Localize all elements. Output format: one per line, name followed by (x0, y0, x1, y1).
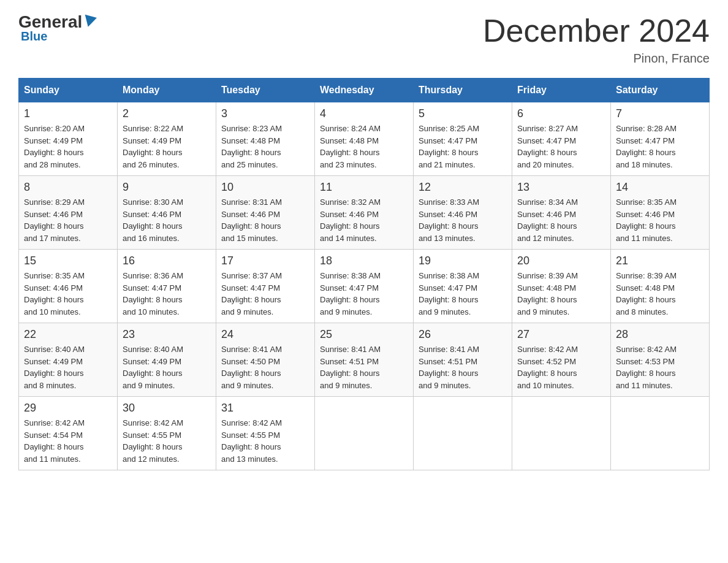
header-row: Sunday Monday Tuesday Wednesday Thursday… (19, 79, 710, 102)
day-info: Sunrise: 8:34 AM Sunset: 4:46 PM Dayligh… (517, 196, 605, 244)
calendar-cell: 4 Sunrise: 8:24 AM Sunset: 4:48 PM Dayli… (315, 102, 414, 176)
day-number: 21 (616, 255, 704, 267)
day-info: Sunrise: 8:33 AM Sunset: 4:46 PM Dayligh… (419, 196, 507, 244)
day-info: Sunrise: 8:35 AM Sunset: 4:46 PM Dayligh… (24, 270, 112, 318)
day-number: 14 (616, 181, 704, 194)
day-info: Sunrise: 8:35 AM Sunset: 4:46 PM Dayligh… (616, 196, 704, 244)
calendar-cell: 28 Sunrise: 8:42 AM Sunset: 4:53 PM Dayl… (611, 323, 710, 397)
day-number: 26 (419, 328, 507, 341)
calendar-cell: 26 Sunrise: 8:41 AM Sunset: 4:51 PM Dayl… (414, 323, 512, 397)
day-info: Sunrise: 8:25 AM Sunset: 4:47 PM Dayligh… (419, 123, 507, 170)
day-info: Sunrise: 8:42 AM Sunset: 4:55 PM Dayligh… (221, 417, 309, 465)
day-info: Sunrise: 8:32 AM Sunset: 4:46 PM Dayligh… (320, 196, 408, 244)
col-saturday: Saturday (611, 79, 710, 102)
day-info: Sunrise: 8:38 AM Sunset: 4:47 PM Dayligh… (419, 270, 507, 318)
calendar-cell: 17 Sunrise: 8:37 AM Sunset: 4:47 PM Dayl… (216, 250, 315, 323)
day-number: 17 (221, 255, 309, 267)
calendar-cell: 30 Sunrise: 8:42 AM Sunset: 4:55 PM Dayl… (118, 397, 216, 470)
location-subtitle: Pinon, France (483, 52, 710, 66)
logo-blue-text: Blue (21, 29, 47, 44)
logo-triangle-icon (82, 15, 97, 29)
calendar-cell: 29 Sunrise: 8:42 AM Sunset: 4:54 PM Dayl… (19, 397, 118, 470)
day-number: 18 (320, 255, 408, 267)
calendar-table: Sunday Monday Tuesday Wednesday Thursday… (18, 78, 710, 470)
calendar-cell: 11 Sunrise: 8:32 AM Sunset: 4:46 PM Dayl… (315, 176, 414, 250)
day-number: 30 (123, 402, 211, 415)
day-number: 27 (517, 328, 605, 341)
col-monday: Monday (118, 79, 216, 102)
calendar-week-3: 15 Sunrise: 8:35 AM Sunset: 4:46 PM Dayl… (19, 250, 710, 323)
calendar-cell (414, 397, 512, 470)
day-info: Sunrise: 8:42 AM Sunset: 4:55 PM Dayligh… (123, 417, 211, 465)
day-number: 22 (24, 328, 112, 341)
day-number: 19 (419, 255, 507, 267)
calendar-cell: 19 Sunrise: 8:38 AM Sunset: 4:47 PM Dayl… (414, 250, 512, 323)
main-title: December 2024 (483, 12, 710, 49)
day-info: Sunrise: 8:29 AM Sunset: 4:46 PM Dayligh… (24, 196, 112, 244)
calendar-cell: 6 Sunrise: 8:27 AM Sunset: 4:47 PM Dayli… (512, 102, 611, 176)
day-number: 6 (517, 107, 605, 120)
calendar-cell (611, 397, 710, 470)
day-number: 12 (419, 181, 507, 194)
day-number: 13 (517, 181, 605, 194)
day-info: Sunrise: 8:37 AM Sunset: 4:47 PM Dayligh… (221, 270, 309, 318)
day-info: Sunrise: 8:42 AM Sunset: 4:52 PM Dayligh… (517, 343, 605, 391)
day-number: 15 (24, 255, 112, 267)
calendar-week-1: 1 Sunrise: 8:20 AM Sunset: 4:49 PM Dayli… (19, 102, 710, 176)
day-number: 23 (123, 328, 211, 341)
calendar-cell (512, 397, 611, 470)
day-info: Sunrise: 8:28 AM Sunset: 4:47 PM Dayligh… (616, 123, 704, 170)
day-info: Sunrise: 8:40 AM Sunset: 4:49 PM Dayligh… (123, 343, 211, 391)
day-number: 20 (517, 255, 605, 267)
calendar-week-4: 22 Sunrise: 8:40 AM Sunset: 4:49 PM Dayl… (19, 323, 710, 397)
calendar-cell: 22 Sunrise: 8:40 AM Sunset: 4:49 PM Dayl… (19, 323, 118, 397)
day-info: Sunrise: 8:38 AM Sunset: 4:47 PM Dayligh… (320, 270, 408, 318)
calendar-cell: 31 Sunrise: 8:42 AM Sunset: 4:55 PM Dayl… (216, 397, 315, 470)
calendar-cell: 8 Sunrise: 8:29 AM Sunset: 4:46 PM Dayli… (19, 176, 118, 250)
calendar-cell: 2 Sunrise: 8:22 AM Sunset: 4:49 PM Dayli… (118, 102, 216, 176)
day-number: 4 (320, 107, 408, 120)
calendar-cell: 25 Sunrise: 8:41 AM Sunset: 4:51 PM Dayl… (315, 323, 414, 397)
day-info: Sunrise: 8:30 AM Sunset: 4:46 PM Dayligh… (123, 196, 211, 244)
calendar-cell: 18 Sunrise: 8:38 AM Sunset: 4:47 PM Dayl… (315, 250, 414, 323)
day-info: Sunrise: 8:41 AM Sunset: 4:51 PM Dayligh… (419, 343, 507, 391)
day-info: Sunrise: 8:22 AM Sunset: 4:49 PM Dayligh… (123, 123, 211, 170)
day-number: 8 (24, 181, 112, 194)
calendar-cell: 14 Sunrise: 8:35 AM Sunset: 4:46 PM Dayl… (611, 176, 710, 250)
day-number: 28 (616, 328, 704, 341)
day-number: 10 (221, 181, 309, 194)
calendar-cell: 1 Sunrise: 8:20 AM Sunset: 4:49 PM Dayli… (19, 102, 118, 176)
day-number: 2 (123, 107, 211, 120)
calendar-cell: 15 Sunrise: 8:35 AM Sunset: 4:46 PM Dayl… (19, 250, 118, 323)
day-info: Sunrise: 8:20 AM Sunset: 4:49 PM Dayligh… (24, 123, 112, 170)
calendar-cell (315, 397, 414, 470)
day-info: Sunrise: 8:31 AM Sunset: 4:46 PM Dayligh… (221, 196, 309, 244)
day-info: Sunrise: 8:39 AM Sunset: 4:48 PM Dayligh… (517, 270, 605, 318)
day-number: 25 (320, 328, 408, 341)
day-number: 7 (616, 107, 704, 120)
day-number: 29 (24, 402, 112, 415)
day-info: Sunrise: 8:42 AM Sunset: 4:54 PM Dayligh… (24, 417, 112, 465)
day-info: Sunrise: 8:41 AM Sunset: 4:51 PM Dayligh… (320, 343, 408, 391)
day-info: Sunrise: 8:27 AM Sunset: 4:47 PM Dayligh… (517, 123, 605, 170)
calendar-cell: 20 Sunrise: 8:39 AM Sunset: 4:48 PM Dayl… (512, 250, 611, 323)
page-header: General Blue December 2024 Pinon, France (18, 12, 710, 66)
day-info: Sunrise: 8:24 AM Sunset: 4:48 PM Dayligh… (320, 123, 408, 170)
calendar-cell: 12 Sunrise: 8:33 AM Sunset: 4:46 PM Dayl… (414, 176, 512, 250)
col-tuesday: Tuesday (216, 79, 315, 102)
title-section: December 2024 Pinon, France (483, 12, 710, 66)
calendar-week-5: 29 Sunrise: 8:42 AM Sunset: 4:54 PM Dayl… (19, 397, 710, 470)
day-number: 11 (320, 181, 408, 194)
col-sunday: Sunday (19, 79, 118, 102)
day-number: 16 (123, 255, 211, 267)
calendar-cell: 7 Sunrise: 8:28 AM Sunset: 4:47 PM Dayli… (611, 102, 710, 176)
day-number: 9 (123, 181, 211, 194)
day-info: Sunrise: 8:40 AM Sunset: 4:49 PM Dayligh… (24, 343, 112, 391)
calendar-cell: 3 Sunrise: 8:23 AM Sunset: 4:48 PM Dayli… (216, 102, 315, 176)
day-info: Sunrise: 8:42 AM Sunset: 4:53 PM Dayligh… (616, 343, 704, 391)
calendar-cell: 27 Sunrise: 8:42 AM Sunset: 4:52 PM Dayl… (512, 323, 611, 397)
calendar-cell: 13 Sunrise: 8:34 AM Sunset: 4:46 PM Dayl… (512, 176, 611, 250)
day-info: Sunrise: 8:36 AM Sunset: 4:47 PM Dayligh… (123, 270, 211, 318)
logo: General Blue (18, 12, 96, 44)
calendar-week-2: 8 Sunrise: 8:29 AM Sunset: 4:46 PM Dayli… (19, 176, 710, 250)
